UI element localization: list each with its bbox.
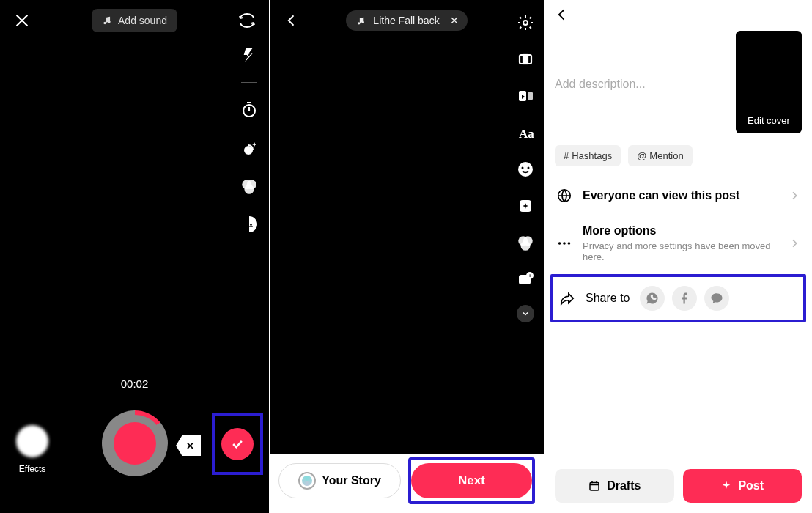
svg-point-24 (521, 241, 531, 251)
post-bottom-bar: Drafts Post (545, 459, 812, 513)
crop-icon[interactable] (514, 48, 536, 70)
speed-icon[interactable]: 1x (238, 213, 260, 235)
svg-point-29 (558, 242, 561, 245)
selected-sound-name: Lithe Fall back (373, 15, 439, 26)
edit-bottom-bar: Your Story Next (270, 454, 544, 513)
post-label: Post (738, 479, 764, 492)
stickers-icon[interactable] (514, 158, 536, 180)
globe-icon (556, 188, 572, 204)
svg-point-9 (358, 22, 361, 24)
hashtags-label: Hashtags (572, 150, 612, 161)
effects-button[interactable]: Effects (16, 425, 48, 475)
effects-preview-icon (16, 425, 48, 457)
filters-icon[interactable] (238, 175, 260, 197)
confirm-recording-button[interactable] (221, 428, 254, 460)
svg-point-30 (563, 242, 566, 245)
selected-sound-chip[interactable]: Lithe Fall back ✕ (346, 10, 467, 31)
svg-point-18 (518, 162, 533, 177)
svg-rect-15 (528, 92, 533, 100)
countdown-timer-icon[interactable] (238, 99, 260, 121)
svg-text:1x: 1x (246, 221, 253, 229)
svg-point-10 (362, 21, 364, 23)
delete-clip-button[interactable] (176, 435, 201, 456)
settings-gear-icon[interactable] (514, 12, 536, 34)
ellipsis-icon (556, 235, 572, 251)
camera-screen: Add sound 1x 00:02 Effects (0, 0, 269, 513)
post-button[interactable]: Post (683, 469, 802, 503)
music-note-icon (356, 16, 366, 26)
hashtags-chip[interactable]: # Hashtags (555, 145, 621, 166)
camera-right-toolbar: 1x (238, 44, 260, 235)
add-sound-button[interactable]: Add sound (92, 9, 177, 32)
recording-timer: 00:02 (121, 377, 149, 390)
your-story-button[interactable]: Your Story (278, 463, 401, 498)
add-sound-label: Add sound (118, 15, 167, 26)
flip-camera-icon[interactable] (235, 9, 259, 32)
next-label: Next (458, 473, 485, 488)
toolbar-separator (241, 82, 257, 83)
facebook-share-icon[interactable] (672, 286, 697, 311)
privacy-row[interactable]: Everyone can view this post (545, 177, 812, 214)
svg-rect-13 (523, 55, 528, 64)
drafts-label: Drafts (607, 479, 641, 492)
record-button[interactable] (102, 410, 168, 476)
cover-thumbnail[interactable]: Edit cover (736, 31, 802, 133)
svg-point-31 (568, 242, 571, 245)
remove-sound-icon[interactable]: ✕ (447, 15, 462, 26)
edit-screen: Lithe Fall back ✕ Aa + (270, 0, 544, 513)
chevron-right-icon (789, 190, 800, 202)
share-arrow-icon (559, 290, 575, 306)
close-icon[interactable] (10, 9, 34, 32)
share-highlight-box: Share to (550, 274, 806, 322)
templates-icon[interactable] (514, 85, 536, 107)
svg-point-0 (103, 22, 106, 25)
post-sparkle-icon (720, 480, 732, 492)
story-ring-icon (298, 472, 316, 490)
mention-chip[interactable]: @ Mention (628, 145, 692, 166)
svg-text:Aa: Aa (519, 127, 534, 141)
music-note-icon (102, 15, 112, 26)
drafts-button[interactable]: Drafts (555, 469, 674, 503)
drafts-icon (588, 479, 601, 492)
share-to-label: Share to (586, 292, 630, 305)
back-icon[interactable] (280, 9, 303, 32)
message-share-icon[interactable] (704, 286, 729, 311)
next-button[interactable]: Next (411, 463, 532, 498)
more-options-row[interactable]: More options Privacy and more settings h… (545, 214, 812, 273)
edit-right-toolbar: Aa + (514, 12, 536, 322)
svg-text:+: + (528, 273, 532, 279)
expand-toolbar-icon[interactable] (517, 305, 534, 322)
hash-icon: # (564, 150, 569, 161)
beauty-icon[interactable] (238, 137, 260, 159)
svg-point-11 (523, 21, 528, 25)
your-story-label: Your Story (322, 474, 381, 487)
effects-sparkle-icon[interactable] (514, 195, 536, 217)
text-icon[interactable]: Aa (514, 122, 536, 144)
mention-label: Mention (649, 150, 683, 161)
description-input[interactable] (555, 31, 727, 133)
at-icon: @ (637, 150, 646, 161)
privacy-title: Everyone can view this post (583, 189, 778, 202)
check-icon (230, 437, 245, 451)
svg-rect-32 (590, 483, 599, 491)
svg-point-19 (522, 167, 524, 169)
flash-icon[interactable] (238, 44, 260, 66)
back-icon[interactable] (555, 7, 572, 25)
confirm-highlight-box (212, 413, 263, 475)
svg-point-1 (108, 21, 111, 23)
whatsapp-share-icon[interactable] (640, 286, 665, 311)
edit-cover-label: Edit cover (736, 115, 802, 126)
chevron-right-icon (789, 237, 800, 249)
effects-label: Effects (19, 464, 45, 474)
enhance-icon[interactable]: + (514, 268, 536, 290)
more-options-sub: Privacy and more settings have been move… (583, 240, 778, 262)
more-options-title: More options (583, 224, 778, 237)
filters-icon[interactable] (514, 232, 536, 254)
next-highlight-box: Next (408, 457, 535, 504)
svg-point-7 (245, 185, 254, 194)
svg-point-20 (528, 167, 530, 169)
post-screen: Edit cover # Hashtags @ Mention Everyone… (545, 0, 812, 513)
share-to-row: Share to (553, 277, 803, 320)
